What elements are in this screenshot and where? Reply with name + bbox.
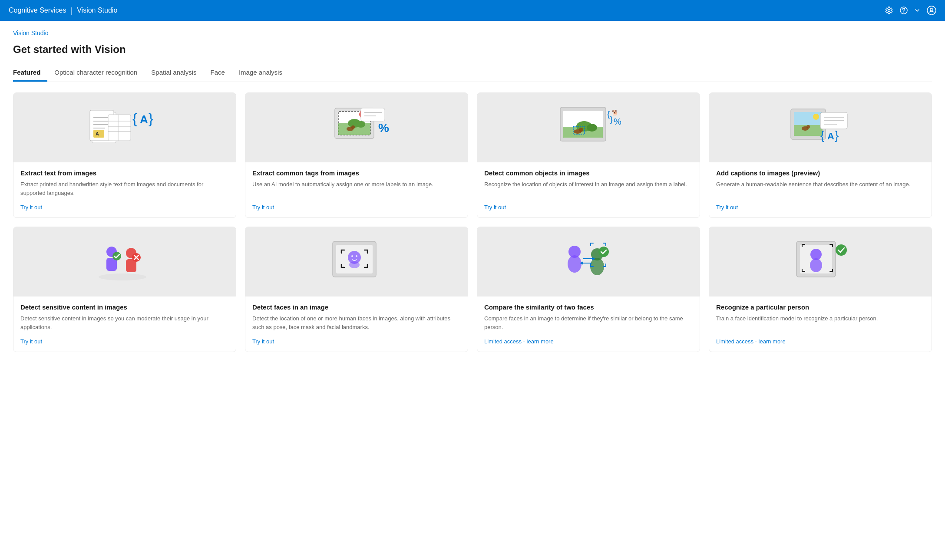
svg-text:A: A [96,131,99,136]
card-detect-faces: Detect faces in an image Detect the loca… [245,227,468,352]
card-link-extract-text[interactable]: Try it out [20,204,229,211]
svg-rect-27 [361,108,385,121]
header: Cognitive Services | Vision Studio [0,0,945,21]
svg-text:🐕: 🐕 [612,109,618,116]
card-title-extract-tags: Extract common tags from images [252,169,461,177]
card-link-detect-objects[interactable]: Try it out [484,204,693,211]
svg-point-70 [351,255,353,257]
card-body-recognize-person: Recognize a particular person Train a fa… [709,296,932,352]
svg-point-78 [598,247,609,257]
card-detect-sensitive: Detect sensitive content in images Detec… [13,227,236,352]
card-link-add-captions[interactable]: Try it out [716,204,925,211]
card-illustration-compare-faces [477,227,700,296]
svg-text:{: { [607,110,610,119]
card-desc-detect-objects: Recognize the location of objects of int… [484,180,693,197]
svg-point-65 [99,273,146,280]
card-compare-faces: Compare the similarity of two faces Comp… [477,227,700,352]
card-desc-extract-text: Extract printed and handwritten style te… [20,180,229,197]
svg-point-23 [357,121,365,128]
svg-text:}: } [835,128,839,142]
svg-text:}: } [610,115,613,124]
card-link-detect-faces[interactable]: Try it out [252,338,461,345]
card-extract-tags: % Extract common tags from images Use an… [245,92,468,218]
card-extract-text: A { A } Extract text from images Extract… [13,92,236,218]
cards-row-1: A { A } Extract text from images Extract… [13,92,932,218]
svg-point-83 [836,244,847,256]
card-body-detect-objects: Detect common objects in images Recogniz… [477,162,700,217]
card-illustration-extract-text: A { A } [13,93,236,162]
card-link-compare-faces[interactable]: Limited access - learn more [484,338,693,345]
svg-point-2 [930,8,933,11]
card-title-add-captions: Add captions to images (preview) [716,169,925,177]
tab-featured[interactable]: Featured [13,64,47,82]
card-detect-objects: { 🐕 } % Detect common objects in images … [477,92,700,218]
header-actions [885,6,936,15]
card-title-detect-faces: Detect faces in an image [252,303,461,311]
svg-point-49 [806,125,810,128]
card-illustration-recognize-person [709,227,932,296]
svg-point-71 [356,255,357,257]
app-label: Vision Studio [77,7,117,14]
card-illustration-detect-objects: { 🐕 } % [477,93,700,162]
main-content: Vision Studio Get started with Vision Fe… [0,21,945,560]
svg-point-46 [813,114,819,120]
card-body-detect-sensitive: Detect sensitive content in images Detec… [13,296,236,352]
page-title: Get started with Vision [13,43,932,56]
svg-rect-11 [108,115,131,141]
user-icon[interactable] [927,6,936,15]
card-body-extract-tags: Extract common tags from images Use an A… [245,162,468,217]
card-illustration-extract-tags: % [245,93,468,162]
card-title-compare-faces: Compare the similarity of two faces [484,303,693,311]
card-title-extract-text: Extract text from images [20,169,229,177]
svg-point-82 [810,258,822,272]
header-divider: | [71,6,73,15]
svg-text:A: A [827,131,834,142]
card-recognize-person: Recognize a particular person Train a fa… [709,227,932,352]
tab-spatial[interactable]: Spatial analysis [144,64,203,82]
card-title-detect-objects: Detect common objects in images [484,169,693,177]
card-desc-detect-faces: Detect the location of one or more human… [252,314,461,331]
svg-point-25 [351,125,355,129]
chevron-down-icon[interactable] [915,8,920,13]
svg-point-69 [349,261,360,268]
svg-text:%: % [378,121,389,135]
question-icon[interactable] [900,7,908,14]
gear-icon[interactable] [885,7,893,14]
breadcrumb[interactable]: Vision Studio [13,30,932,36]
cards-row-2: Detect sensitive content in images Detec… [13,227,932,352]
card-link-extract-tags[interactable]: Try it out [252,204,461,211]
svg-text:A: A [140,113,148,126]
card-body-compare-faces: Compare the similarity of two faces Comp… [477,296,700,352]
card-title-recognize-person: Recognize a particular person [716,303,925,311]
card-link-recognize-person[interactable]: Limited access - learn more [716,338,925,345]
svg-text:{: { [132,111,137,126]
card-desc-recognize-person: Train a face identification model to rec… [716,314,925,331]
card-title-detect-sensitive: Detect sensitive content in images [20,303,229,311]
brand-label: Cognitive Services [9,7,66,14]
card-body-extract-text: Extract text from images Extract printed… [13,162,236,217]
card-desc-detect-sensitive: Detect sensitive content in images so yo… [20,314,229,331]
card-body-add-captions: Add captions to images (preview) Generat… [709,162,932,217]
tab-image-analysis[interactable]: Image analysis [232,64,289,82]
card-add-captions: { A } Add captions to images (preview) G… [709,92,932,218]
card-desc-extract-tags: Use an AI model to automatically assign … [252,180,461,197]
card-illustration-add-captions: { A } [709,93,932,162]
card-body-detect-faces: Detect faces in an image Detect the loca… [245,296,468,352]
header-brand: Cognitive Services | Vision Studio [9,6,117,15]
svg-text:{: { [820,128,824,142]
svg-point-35 [587,124,597,132]
tab-face[interactable]: Face [204,64,232,82]
tabs-nav: Featured Optical character recognition S… [13,64,932,82]
svg-point-73 [568,255,582,273]
card-illustration-detect-sensitive [13,227,236,296]
tab-ocr[interactable]: Optical character recognition [47,64,144,82]
card-desc-compare-faces: Compare faces in an image to determine i… [484,314,693,331]
svg-text:%: % [614,117,621,126]
svg-point-37 [579,128,583,132]
card-illustration-detect-faces [245,227,468,296]
card-link-detect-sensitive[interactable]: Try it out [20,338,229,345]
card-desc-add-captions: Generate a human-readable sentence that … [716,180,925,197]
svg-text:}: } [149,111,153,126]
